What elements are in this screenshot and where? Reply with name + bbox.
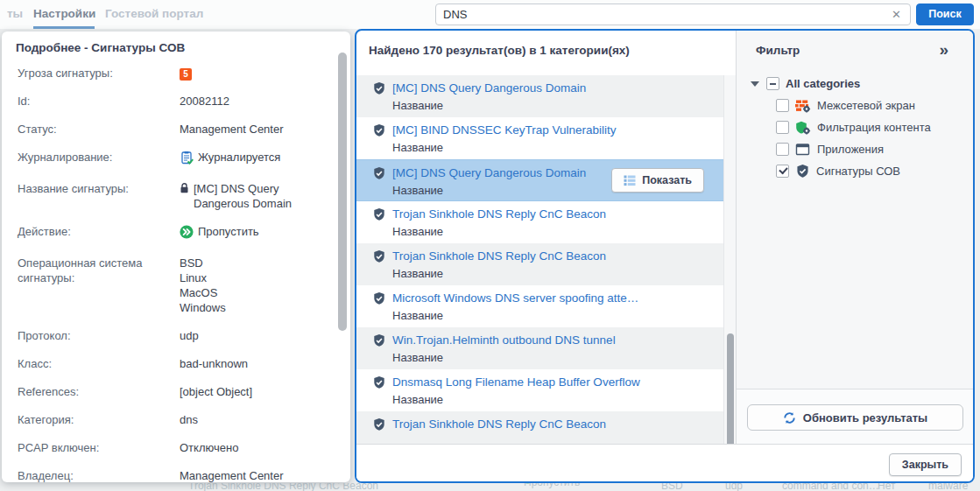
result-row[interactable]: Win.Trojan.Helminth outbound DNS tunnelН… <box>356 327 723 369</box>
ids-shield-icon <box>372 249 386 263</box>
skip-action-icon <box>180 225 194 239</box>
firewall-label: Межсетевой экран <box>817 99 915 112</box>
all-categories-label: All categories <box>786 77 860 90</box>
dimmed-background-table-row: Trojan Sinkhole DNS Reply CnC Beacon Про… <box>0 483 980 491</box>
active-tab-underline <box>33 26 95 29</box>
field-id: Id: 20082112 <box>18 94 321 109</box>
all-categories-checkbox[interactable] <box>766 77 779 90</box>
result-subtitle: Название <box>372 97 723 115</box>
result-title-link[interactable]: [MC] BIND DNSSEC KeyTrap Vulnerability <box>392 122 617 139</box>
firewall-icon <box>795 99 811 113</box>
refresh-results-button[interactable]: Обновить результаты <box>747 404 963 431</box>
category-row-content-filter: Фильтрация контента <box>751 116 973 138</box>
category-row-applications: Приложения <box>751 138 973 160</box>
result-title-link[interactable]: Trojan Sinkhole DNS Reply CnC Beacon <box>392 416 606 433</box>
dialog-footer: Закрыть <box>356 444 973 481</box>
field-action: Действие: Пропустить <box>18 224 321 242</box>
search-button[interactable]: Поиск <box>916 4 974 25</box>
search-value[interactable]: DNS <box>443 8 890 21</box>
result-row[interactable]: Trojan Sinkhole DNS Reply CnC BeaconНазв… <box>356 243 723 285</box>
refresh-icon <box>783 411 796 424</box>
ids-shield-icon <box>372 207 386 221</box>
expander-triangle-icon[interactable] <box>751 81 759 87</box>
ids-shield-icon <box>795 164 810 179</box>
result-subtitle: Название <box>372 223 723 241</box>
field-protocol: Протокол: udp <box>18 328 321 343</box>
field-category: Категория: dns <box>18 412 321 427</box>
collapse-panel-icon[interactable]: » <box>939 40 948 60</box>
result-title-link[interactable]: [MC] DNS Query Dangerous Domain <box>392 80 586 97</box>
tree-root-row: All categories <box>751 73 973 95</box>
top-navigation-bar: ты Настройки Гостевой портал DNS ✕ Поиск <box>0 0 980 29</box>
result-title-link[interactable]: Trojan Sinkhole DNS Reply CnC Beacon <box>392 206 606 223</box>
applications-checkbox[interactable] <box>776 143 789 156</box>
filter-title: Фильтр <box>737 31 973 57</box>
category-row-firewall: Межсетевой экран <box>751 95 973 116</box>
result-subtitle: Название <box>372 391 723 409</box>
threat-level-badge: 5 <box>180 68 192 81</box>
close-button[interactable]: Закрыть <box>889 453 962 476</box>
lock-icon <box>180 182 189 193</box>
result-title-link[interactable]: Microsoft Windows DNS server spoofing at… <box>392 290 638 307</box>
field-status: Статус: Management Center <box>18 122 321 137</box>
result-subtitle: Название <box>372 307 723 325</box>
details-fields: Угроза сигнатуры: 5 Id: 20082112 Статус:… <box>2 61 350 482</box>
ids-checkbox[interactable] <box>776 165 789 178</box>
tab-reports-partial[interactable]: ты <box>7 7 23 20</box>
result-title-link[interactable]: [MC] DNS Query Dangerous Domain <box>392 165 586 182</box>
result-title-link[interactable]: Trojan Sinkhole DNS Reply CnC Beacon <box>392 248 606 265</box>
ids-shield-icon <box>372 291 386 305</box>
field-pcap: PCAP включен: Отключено <box>18 440 321 455</box>
field-logging: Журналирование: Журналируется <box>18 150 321 168</box>
ids-shield-icon <box>372 375 386 389</box>
clear-search-icon[interactable]: ✕ <box>890 8 903 21</box>
field-owner: Владелец: Management Center <box>18 468 321 482</box>
result-row[interactable]: [MC] DNS Query Dangerous DomainНазваниеП… <box>356 159 723 201</box>
result-row[interactable]: Microsoft Windows DNS server spoofing at… <box>356 285 723 327</box>
field-references: References: [object Object] <box>18 384 321 399</box>
result-row[interactable]: Trojan Sinkhole DNS Reply CnC Beacon <box>356 411 723 444</box>
field-class: Класс: bad-unknown <box>18 356 321 371</box>
ids-shield-icon <box>372 166 386 180</box>
search-results-dialog: Найдено 170 результат(ов) в 1 категории(… <box>355 29 975 483</box>
details-scrollbar-thumb[interactable] <box>338 53 347 331</box>
tab-settings[interactable]: Настройки <box>33 7 95 20</box>
category-tree: All categories Межсетевой экран <box>737 57 973 182</box>
show-button[interactable]: Показать <box>611 168 704 193</box>
result-title-link[interactable]: Win.Trojan.Helminth outbound DNS tunnel <box>392 332 616 349</box>
search-input[interactable]: DNS ✕ <box>435 4 911 25</box>
signature-details-panel: Подробнее - Сигнатуры СОВ Угроза сигнату… <box>2 32 350 482</box>
field-os: Операционная система сигнатуры: BSD Linu… <box>18 256 321 315</box>
category-row-ids: Сигнатуры СОВ <box>751 160 973 182</box>
result-title-link[interactable]: Dnsmasq Long Filename Heap Buffer Overfl… <box>392 374 640 391</box>
result-subtitle: Название <box>372 349 723 367</box>
result-row[interactable]: Dnsmasq Long Filename Heap Buffer Overfl… <box>356 369 723 411</box>
field-signature-name: Название сигнатуры: [MC] DNS Query Dange… <box>18 181 321 211</box>
ids-shield-icon <box>372 417 386 431</box>
result-subtitle: Название <box>372 265 723 283</box>
ids-shield-icon <box>372 333 386 347</box>
content-filter-checkbox[interactable] <box>776 121 789 134</box>
ids-shield-icon <box>372 81 386 95</box>
field-threat: Угроза сигнатуры: 5 <box>18 66 321 81</box>
result-row[interactable]: Trojan Sinkhole DNS Reply CnC BeaconНазв… <box>356 201 723 243</box>
results-count-header: Найдено 170 результат(ов) в 1 категории(… <box>356 31 736 57</box>
details-panel-title: Подробнее - Сигнатуры СОВ <box>2 32 350 61</box>
content-filter-label: Фильтрация контента <box>817 121 931 134</box>
list-icon <box>624 174 636 186</box>
applications-label: Приложения <box>817 143 884 156</box>
tab-guest-portal[interactable]: Гостевой портал <box>105 7 203 20</box>
result-row[interactable]: [MC] BIND DNSSEC KeyTrap VulnerabilityНа… <box>356 117 723 159</box>
results-region: Найдено 170 результат(ов) в 1 категории(… <box>356 31 736 444</box>
results-list: [MC] DNS Query Dangerous DomainНазвание[… <box>356 75 723 444</box>
refresh-section: Обновить результаты <box>737 389 974 444</box>
ids-label: Сигнатуры СОВ <box>816 165 900 178</box>
results-scrollbar-track[interactable] <box>723 75 736 444</box>
result-row[interactable]: [MC] DNS Query Dangerous DomainНазвание <box>356 75 723 117</box>
content-filter-icon <box>795 121 811 135</box>
result-subtitle: Название <box>372 139 723 157</box>
ids-shield-icon <box>372 123 386 137</box>
filter-panel: Фильтр » All categories Межсете <box>736 31 973 444</box>
applications-icon <box>795 143 811 157</box>
firewall-checkbox[interactable] <box>776 99 789 112</box>
